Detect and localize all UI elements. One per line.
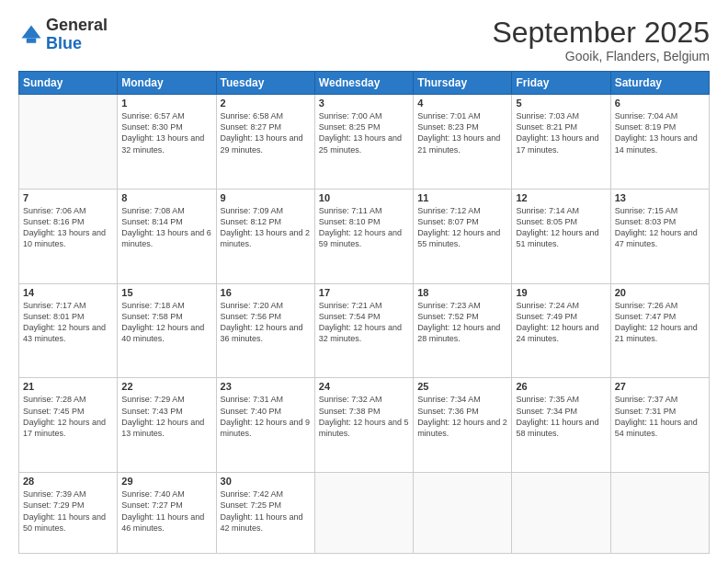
title-block: September 2025 Gooik, Flanders, Belgium [492,17,710,63]
table-row: 29Sunrise: 7:40 AM Sunset: 7:27 PM Dayli… [118,473,216,554]
day-info: Sunrise: 7:04 AM Sunset: 8:19 PM Dayligh… [615,110,705,155]
day-number: 13 [615,192,705,203]
table-row: 18Sunrise: 7:23 AM Sunset: 7:52 PM Dayli… [414,283,512,378]
table-row [314,473,413,554]
table-row: 19Sunrise: 7:24 AM Sunset: 7:49 PM Dayli… [512,283,610,378]
day-info: Sunrise: 7:06 AM Sunset: 8:16 PM Dayligh… [23,205,113,250]
day-info: Sunrise: 7:21 AM Sunset: 7:54 PM Dayligh… [319,300,409,345]
day-info: Sunrise: 7:09 AM Sunset: 8:12 PM Dayligh… [221,205,311,250]
weekday-header-row: Sunday Monday Tuesday Wednesday Thursday… [19,72,710,95]
table-row: 16Sunrise: 7:20 AM Sunset: 7:56 PM Dayli… [216,283,314,378]
svg-marker-0 [22,25,41,38]
day-number: 5 [516,98,606,109]
day-info: Sunrise: 7:24 AM Sunset: 7:49 PM Dayligh… [516,300,606,345]
table-row: 23Sunrise: 7:31 AM Sunset: 7:40 PM Dayli… [216,378,314,473]
day-number: 3 [319,98,409,109]
table-row [512,473,610,554]
day-number: 26 [516,381,606,392]
day-info: Sunrise: 7:34 AM Sunset: 7:36 PM Dayligh… [417,394,507,439]
day-info: Sunrise: 6:58 AM Sunset: 8:27 PM Dayligh… [221,110,311,155]
day-number: 24 [319,381,409,392]
day-number: 12 [516,192,606,203]
day-info: Sunrise: 7:23 AM Sunset: 7:52 PM Dayligh… [417,300,507,345]
day-info: Sunrise: 7:32 AM Sunset: 7:38 PM Dayligh… [319,394,409,439]
table-row: 6Sunrise: 7:04 AM Sunset: 8:19 PM Daylig… [610,95,709,190]
day-number: 8 [121,192,211,203]
day-info: Sunrise: 7:11 AM Sunset: 8:10 PM Dayligh… [319,205,409,250]
header-saturday: Saturday [610,72,709,95]
day-number: 15 [121,287,211,298]
table-row: 30Sunrise: 7:42 AM Sunset: 7:25 PM Dayli… [216,473,314,554]
logo: General Blue [18,17,108,53]
day-info: Sunrise: 7:00 AM Sunset: 8:25 PM Dayligh… [319,110,409,155]
page-header: General Blue September 2025 Gooik, Fland… [18,17,710,63]
day-info: Sunrise: 7:28 AM Sunset: 7:45 PM Dayligh… [23,394,113,439]
table-row: 21Sunrise: 7:28 AM Sunset: 7:45 PM Dayli… [19,378,118,473]
day-info: Sunrise: 7:01 AM Sunset: 8:23 PM Dayligh… [417,110,507,155]
calendar-table: Sunday Monday Tuesday Wednesday Thursday… [18,71,710,554]
day-info: Sunrise: 6:57 AM Sunset: 8:30 PM Dayligh… [121,110,211,155]
day-number: 23 [221,381,311,392]
day-number: 22 [121,381,211,392]
header-tuesday: Tuesday [216,72,314,95]
header-friday: Friday [512,72,610,95]
table-row: 27Sunrise: 7:37 AM Sunset: 7:31 PM Dayli… [610,378,709,473]
table-row: 9Sunrise: 7:09 AM Sunset: 8:12 PM Daylig… [216,189,314,283]
table-row: 28Sunrise: 7:39 AM Sunset: 7:29 PM Dayli… [19,473,118,554]
day-info: Sunrise: 7:31 AM Sunset: 7:40 PM Dayligh… [221,394,311,439]
day-info: Sunrise: 7:14 AM Sunset: 8:05 PM Dayligh… [516,205,606,250]
day-info: Sunrise: 7:42 AM Sunset: 7:25 PM Dayligh… [221,488,311,534]
header-thursday: Thursday [414,72,512,95]
table-row: 26Sunrise: 7:35 AM Sunset: 7:34 PM Dayli… [512,378,610,473]
day-info: Sunrise: 7:17 AM Sunset: 8:01 PM Dayligh… [23,300,113,345]
day-number: 4 [417,98,507,109]
day-info: Sunrise: 7:37 AM Sunset: 7:31 PM Dayligh… [615,394,705,439]
day-info: Sunrise: 7:08 AM Sunset: 8:14 PM Dayligh… [121,205,211,250]
header-monday: Monday [118,72,216,95]
day-number: 30 [221,476,311,487]
table-row: 22Sunrise: 7:29 AM Sunset: 7:43 PM Dayli… [118,378,216,473]
table-row [610,473,709,554]
table-row: 25Sunrise: 7:34 AM Sunset: 7:36 PM Dayli… [414,378,512,473]
day-info: Sunrise: 7:39 AM Sunset: 7:29 PM Dayligh… [23,488,113,534]
day-info: Sunrise: 7:20 AM Sunset: 7:56 PM Dayligh… [221,300,311,345]
day-number: 16 [221,287,311,298]
day-number: 20 [615,287,705,298]
table-row: 2Sunrise: 6:58 AM Sunset: 8:27 PM Daylig… [216,95,314,190]
day-number: 27 [615,381,705,392]
table-row: 20Sunrise: 7:26 AM Sunset: 7:47 PM Dayli… [610,283,709,378]
month-title: September 2025 [492,17,710,49]
day-number: 14 [23,287,113,298]
day-number: 1 [121,98,211,109]
day-number: 17 [319,287,409,298]
header-sunday: Sunday [19,72,118,95]
table-row: 1Sunrise: 6:57 AM Sunset: 8:30 PM Daylig… [118,95,216,190]
day-number: 19 [516,287,606,298]
day-number: 10 [319,192,409,203]
table-row: 12Sunrise: 7:14 AM Sunset: 8:05 PM Dayli… [512,189,610,283]
day-number: 29 [121,476,211,487]
day-info: Sunrise: 7:15 AM Sunset: 8:03 PM Dayligh… [615,205,705,250]
day-info: Sunrise: 7:40 AM Sunset: 7:27 PM Dayligh… [121,488,211,534]
table-row: 3Sunrise: 7:00 AM Sunset: 8:25 PM Daylig… [314,95,413,190]
table-row: 4Sunrise: 7:01 AM Sunset: 8:23 PM Daylig… [414,95,512,190]
day-info: Sunrise: 7:29 AM Sunset: 7:43 PM Dayligh… [121,394,211,439]
table-row: 7Sunrise: 7:06 AM Sunset: 8:16 PM Daylig… [19,189,118,283]
table-row: 14Sunrise: 7:17 AM Sunset: 8:01 PM Dayli… [19,283,118,378]
day-info: Sunrise: 7:26 AM Sunset: 7:47 PM Dayligh… [615,300,705,345]
day-info: Sunrise: 7:12 AM Sunset: 8:07 PM Dayligh… [417,205,507,250]
day-number: 2 [221,98,311,109]
table-row: 10Sunrise: 7:11 AM Sunset: 8:10 PM Dayli… [314,189,413,283]
day-number: 7 [23,192,113,203]
table-row [19,95,118,190]
day-number: 6 [615,98,705,109]
day-info: Sunrise: 7:35 AM Sunset: 7:34 PM Dayligh… [516,394,606,439]
table-row: 24Sunrise: 7:32 AM Sunset: 7:38 PM Dayli… [314,378,413,473]
table-row [414,473,512,554]
day-number: 11 [417,192,507,203]
day-number: 28 [23,476,113,487]
day-number: 21 [23,381,113,392]
logo-icon [18,22,44,48]
logo-blue-text: Blue [46,34,82,52]
table-row: 17Sunrise: 7:21 AM Sunset: 7:54 PM Dayli… [314,283,413,378]
